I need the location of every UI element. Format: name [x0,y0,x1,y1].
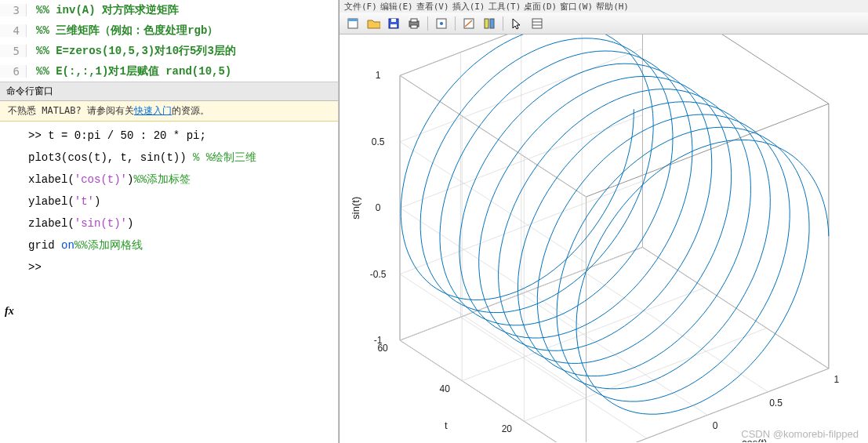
svg-text:-1: -1 [374,335,383,346]
svg-rect-4 [391,19,396,22]
code-content: %% E=zeros(10,5,3)对10行5列3层的 [27,44,236,58]
figure-canvas[interactable]: -1-0.500.51cos(t)0204060t-1-0.500.51sin(… [340,34,868,443]
line-number: 5 [0,45,27,57]
code-content: %% E(:,:,1)对1层赋值 rand(10,5) [27,64,231,78]
print-icon[interactable] [405,16,423,31]
menu-item[interactable]: 编辑(E) [380,1,413,13]
svg-line-47 [400,340,586,442]
svg-rect-14 [532,19,542,28]
svg-line-37 [642,247,828,369]
toolbar-separator [455,16,456,31]
figure-toolbar[interactable] [340,13,868,34]
svg-line-55 [400,75,586,197]
svg-line-24 [642,34,828,103]
plot3-chart: -1-0.500.51cos(t)0204060t-1-0.500.51sin(… [340,34,868,442]
menu-item[interactable]: 查看(V) [416,1,449,13]
command-window[interactable]: fx >> t = 0:pi / 50 : 20 * pi;plot3(cos(… [0,122,338,443]
svg-line-33 [521,294,707,416]
svg-rect-7 [411,25,417,28]
svg-line-53 [400,142,586,263]
line-number: 6 [0,65,27,78]
link-icon[interactable] [460,16,478,31]
editor-line[interactable]: 5%% E=zeros(10,5,3)对10行5列3层的 [0,41,338,61]
cmd-line: ylabel('t') [0,191,338,212]
figure-window: 文件(F)编辑(E)查看(V)插入(I)工具(T)桌面(D)窗口(W)帮助(H)… [339,0,868,443]
save-icon[interactable] [385,16,402,31]
editor[interactable]: 3%% inv(A) 对方阵求逆矩阵4%% 三维矩阵（例如：色度处理rgb）5%… [0,0,338,82]
svg-line-21 [400,340,586,442]
cmd-help-suffix: 的资源。 [172,105,209,116]
svg-text:t: t [445,419,448,431]
editor-line[interactable]: 4%% 三维矩阵（例如：色度处理rgb） [0,20,338,41]
watermark: CSDN @komorebi-filpped [741,428,859,440]
menu-item[interactable]: 插入(I) [452,1,485,13]
open-icon[interactable] [365,16,382,31]
fx-button[interactable]: fx [5,305,14,318]
quickstart-link[interactable]: 快速入门 [134,105,172,116]
code-content: %% inv(A) 对方阵求逆矩阵 [27,3,179,17]
menu-item[interactable]: 帮助(H) [596,1,629,13]
cmd-line: >> t = 0:pi / 50 : 20 * pi; [0,125,338,147]
cmd-line: grid on%%添加网格线 [0,234,338,256]
menu-item[interactable]: 桌面(D) [524,1,557,13]
svg-text:40: 40 [440,383,451,394]
cmd-line: zlabel('sin(t)') [0,212,338,234]
cmd-line: >> [0,256,338,278]
svg-text:0: 0 [713,420,718,431]
figure-menubar[interactable]: 文件(F)编辑(E)查看(V)插入(I)工具(T)桌面(D)窗口(W)帮助(H) [340,0,868,13]
inspector-icon[interactable] [528,16,546,31]
svg-line-29 [400,340,586,442]
new-figure-icon[interactable] [344,16,361,31]
menu-item[interactable]: 文件(F) [344,1,377,13]
svg-text:1: 1 [376,70,381,81]
svg-text:1: 1 [834,374,840,385]
svg-point-9 [440,22,443,25]
svg-text:-0.5: -0.5 [370,269,387,280]
cmd-window-title: 命令行窗口 [0,82,338,101]
svg-line-31 [460,317,646,438]
editor-line[interactable]: 3%% inv(A) 对方阵求逆矩阵 [0,0,338,20]
code-content: %% 三维矩阵（例如：色度处理rgb） [27,24,218,38]
svg-text:0.5: 0.5 [372,136,385,147]
cmd-help-prefix: 不熟悉 MATLAB? 请参阅有关 [8,105,134,116]
line-number: 4 [0,24,27,37]
cmd-help-banner: 不熟悉 MATLAB? 请参阅有关快速入门的资源。 [0,101,338,122]
svg-rect-3 [390,24,397,27]
datacursor-icon[interactable] [433,16,450,31]
editor-line[interactable]: 6%% E(:,:,1)对1层赋值 rand(10,5) [0,61,338,82]
left-pane: 3%% inv(A) 对方阵求逆矩阵4%% 三维矩阵（例如：色度处理rgb）5%… [0,0,339,443]
menu-item[interactable]: 窗口(W) [560,1,593,13]
svg-text:0: 0 [376,202,381,213]
toolbar-separator [503,16,503,31]
cmd-line: plot3(cos(t), t, sin(t)) % %绘制三维 [0,147,338,169]
menu-item[interactable]: 工具(T) [488,1,521,13]
svg-text:sin(t): sin(t) [350,197,361,220]
svg-rect-13 [490,19,494,28]
cmd-line: xlabel('cos(t)')%%添加标签 [0,169,338,191]
colorbar-icon[interactable] [481,16,498,31]
line-number: 3 [0,4,27,16]
svg-text:0.5: 0.5 [769,398,783,409]
pointer-icon[interactable] [508,16,525,31]
svg-rect-12 [485,19,488,28]
svg-line-51 [400,208,586,329]
svg-rect-1 [348,19,358,21]
toolbar-separator [427,16,428,31]
svg-rect-6 [411,19,417,22]
svg-line-19 [586,103,828,197]
svg-text:20: 20 [502,423,513,434]
svg-line-35 [582,271,768,392]
